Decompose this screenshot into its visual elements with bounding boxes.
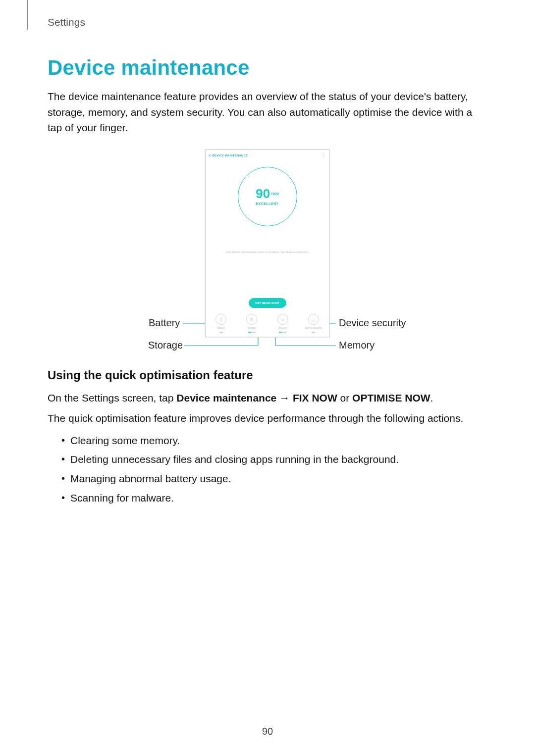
status-message: Your tablet's maintenance status is exce… (206, 250, 329, 254)
tab-memory-bars (279, 331, 287, 333)
score-unit: /100 (271, 192, 279, 196)
step-line-2: The quick optimisation feature improves … (48, 410, 485, 426)
device-screenshot: < DEVICE MAINTENANCE ⋮ 90/100 EXCELLENT … (205, 150, 329, 337)
step1-prefix: On the Settings screen, tap (48, 392, 176, 403)
screenshot-title: DEVICE MAINTENANCE (212, 154, 321, 157)
score-value: 90 (256, 186, 270, 201)
figure-area: Battery Storage Memory Device security <… (48, 150, 485, 353)
list-item: Clearing some memory. (61, 431, 485, 451)
page-number: 90 (0, 726, 535, 737)
security-icon: ◡ (308, 314, 319, 325)
actions-list: Clearing some memory. Deleting unnecessa… (48, 431, 485, 508)
intro-paragraph: The device maintenance feature provides … (48, 89, 485, 136)
tab-battery-bars (219, 331, 223, 333)
back-icon[interactable]: < (209, 153, 211, 158)
tab-memory-label: Memory (278, 326, 287, 329)
list-item: Scanning for malware. (61, 489, 485, 508)
step1-bold1: Device maintenance (176, 392, 276, 403)
page-content: Settings Device maintenance The device m… (48, 16, 485, 508)
optimise-now-button[interactable]: OPTIMISE NOW (249, 298, 286, 308)
score-value-row: 90/100 (256, 187, 279, 200)
score-rating: EXCELLENT (256, 202, 278, 205)
tab-storage[interactable]: ◎ Storage (236, 311, 267, 337)
step1-or: or (337, 392, 352, 403)
score-circle: 90/100 EXCELLENT (238, 167, 297, 226)
list-item: Deleting unnecessary files and closing a… (61, 450, 485, 469)
tab-battery-label: Battery (217, 326, 225, 329)
tab-security-bars (312, 331, 315, 333)
battery-icon: ▯ (215, 314, 226, 325)
callout-battery: Battery (149, 317, 180, 329)
callout-security: Device security (339, 317, 406, 329)
callout-memory: Memory (339, 340, 374, 351)
maintenance-tabs: ▯ Battery ◎ Storage ▭ Memory ◡ Device se… (206, 311, 329, 337)
tab-memory[interactable]: ▭ Memory (268, 311, 298, 337)
screenshot-header: < DEVICE MAINTENANCE ⋮ (206, 150, 329, 160)
storage-icon: ◎ (246, 314, 257, 325)
memory-icon: ▭ (277, 314, 288, 325)
step1-suffix: . (430, 392, 433, 403)
step1-bold2: FIX NOW (293, 392, 337, 403)
more-icon[interactable]: ⋮ (321, 153, 326, 158)
callout-storage: Storage (148, 340, 183, 351)
tab-battery[interactable]: ▯ Battery (206, 311, 236, 337)
breadcrumb: Settings (48, 16, 485, 28)
step1-bold3: OPTIMISE NOW (352, 392, 430, 403)
tab-security[interactable]: ◡ Device security (298, 311, 329, 337)
tab-storage-bars (248, 331, 256, 333)
page-corner-mark (27, 0, 28, 30)
score-circle-wrap: 90/100 EXCELLENT (206, 167, 329, 226)
arrow-icon: → (276, 392, 293, 403)
list-item: Managing abnormal battery usage. (61, 469, 485, 489)
page-heading: Device maintenance (48, 56, 485, 80)
tab-storage-label: Storage (248, 326, 257, 329)
tab-security-label: Device security (305, 326, 322, 329)
subheading: Using the quick optimisation feature (48, 368, 485, 382)
step-line-1: On the Settings screen, tap Device maint… (48, 390, 485, 406)
